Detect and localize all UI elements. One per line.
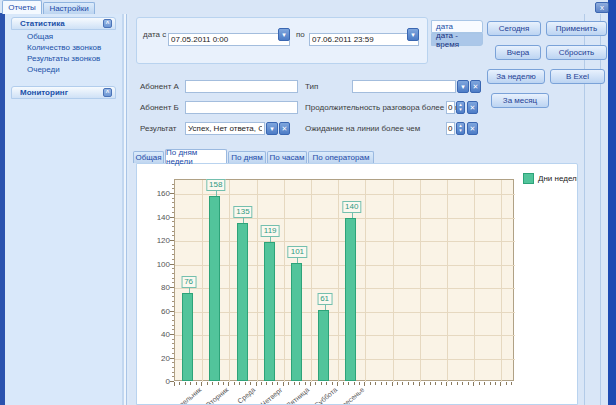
calendar-dropdown-icon[interactable]: ▾ (278, 28, 290, 41)
y-axis-tick (170, 193, 174, 194)
y-axis-minor-tick (172, 353, 174, 354)
apply-button[interactable]: Применить (546, 21, 607, 36)
result-select[interactable] (185, 122, 265, 135)
excel-button[interactable]: В Exel (550, 69, 605, 84)
abonent-b-input[interactable] (185, 101, 298, 114)
bar-value-label: 101 (288, 246, 307, 258)
y-axis-minor-tick (172, 245, 174, 246)
x-axis-tick (256, 382, 257, 386)
expand-chevron-icon[interactable]: ˄ (103, 88, 112, 97)
duration-spinner-icon[interactable]: ▴▾ (456, 101, 465, 114)
report-tab-weekdays[interactable]: По дням недели (165, 149, 227, 163)
x-axis-minor-tick (462, 382, 463, 385)
date-to-input[interactable] (309, 33, 419, 46)
x-axis-minor-tick (359, 382, 360, 385)
y-axis-minor-tick (172, 235, 174, 236)
abonent-a-input[interactable] (185, 80, 298, 93)
bar-value-label: 140 (342, 201, 361, 213)
yesterday-button[interactable]: Вчера (495, 45, 541, 60)
v-gridline (393, 180, 394, 382)
waiting-spinner-icon[interactable]: ▴▾ (456, 122, 465, 135)
report-tab-hours[interactable]: По часам (267, 151, 307, 163)
x-axis-minor-tick (239, 382, 240, 385)
report-tab-days[interactable]: По дням (228, 151, 266, 163)
v-gridline (311, 180, 312, 382)
sidebar-item-general[interactable]: Общая (27, 31, 125, 42)
duration-input[interactable] (446, 101, 455, 114)
y-axis-tick (170, 217, 174, 218)
date-from-input[interactable] (168, 33, 290, 46)
report-tab-general[interactable]: Общая (133, 151, 164, 163)
x-axis-minor-tick (277, 382, 278, 385)
y-axis-label: 60 (145, 307, 170, 316)
bar (209, 196, 220, 381)
waiting-input[interactable] (446, 122, 455, 135)
x-axis-minor-tick (451, 382, 452, 385)
x-axis-minor-tick (196, 382, 197, 385)
bar (182, 293, 193, 381)
y-axis-minor-tick (172, 202, 174, 203)
x-axis-minor-tick (190, 382, 191, 385)
x-axis-minor-tick (245, 382, 246, 385)
type-clear-icon[interactable]: ✕ (470, 80, 481, 93)
type-dropdown-icon[interactable]: ▾ (457, 80, 469, 93)
y-axis-minor-tick (172, 348, 174, 349)
v-gridline (420, 180, 421, 382)
tab-settings[interactable]: Настройки (43, 2, 95, 14)
result-clear-icon[interactable]: ✕ (279, 122, 290, 135)
x-axis-minor-tick (430, 382, 431, 385)
collapse-chevron-icon[interactable]: ˄ (103, 19, 112, 28)
bar-value-label: 135 (233, 206, 252, 218)
x-axis-minor-tick (354, 382, 355, 385)
sidebar-item-call-count[interactable]: Количество звонков (27, 42, 125, 53)
x-axis-minor-tick (321, 382, 322, 385)
tab-reports[interactable]: Отчеты (2, 0, 42, 14)
tab-settings-label: Настройки (49, 4, 88, 13)
calendar-dropdown-icon[interactable]: ▾ (407, 28, 419, 41)
bar (318, 310, 329, 381)
x-axis-minor-tick (468, 382, 469, 385)
report-tab-operators[interactable]: По операторам (308, 151, 374, 163)
sidebar-panel-statistics[interactable]: Статистика ˄ (11, 17, 116, 30)
tab-reports-label: Отчеты (8, 3, 36, 12)
y-axis-minor-tick (172, 212, 174, 213)
x-axis-minor-tick (506, 382, 507, 385)
y-axis-label: 140 (145, 213, 170, 222)
v-gridline (501, 180, 502, 382)
x-axis-minor-tick (179, 382, 180, 385)
chart-legend: Дни недели (523, 173, 578, 184)
y-axis-minor-tick (172, 231, 174, 232)
v-gridline (257, 180, 258, 382)
bar (264, 242, 275, 381)
mode-tab-datetime-label: дата - время (436, 31, 482, 49)
y-axis-minor-tick (172, 226, 174, 227)
x-axis-minor-tick (223, 382, 224, 385)
reset-button[interactable]: Сбросить (546, 45, 607, 60)
month-button[interactable]: За месяц (491, 93, 549, 108)
today-button[interactable]: Сегодня (487, 21, 541, 36)
y-axis-minor-tick (172, 362, 174, 363)
type-select[interactable] (352, 80, 456, 93)
close-icon[interactable]: x (595, 2, 609, 13)
x-axis-tick (310, 382, 311, 386)
result-dropdown-icon[interactable]: ▾ (266, 122, 278, 135)
y-axis-minor-tick (172, 278, 174, 279)
sidebar-item-queues[interactable]: Очереди (27, 64, 125, 75)
x-axis-minor-tick (326, 382, 327, 385)
x-axis-minor-tick (272, 382, 273, 385)
x-axis-minor-tick (207, 382, 208, 385)
sidebar-item-call-results[interactable]: Результаты звонков (27, 53, 125, 64)
mode-tab-datetime[interactable]: дата - время (431, 33, 483, 46)
x-axis-minor-tick (441, 382, 442, 385)
x-axis-label: Понедельник (149, 386, 203, 405)
y-axis-label: 0 (145, 377, 170, 386)
waiting-clear-icon[interactable]: ✕ (467, 122, 478, 135)
duration-clear-icon[interactable]: ✕ (467, 101, 478, 114)
week-button[interactable]: За неделю (487, 69, 545, 84)
bar (237, 223, 248, 381)
legend-swatch-icon (523, 173, 534, 184)
sidebar-panel-monitoring[interactable]: Мониторинг ˄ (11, 86, 116, 99)
y-axis-label: 80 (145, 283, 170, 292)
y-axis-minor-tick (172, 254, 174, 255)
y-axis-minor-tick (172, 184, 174, 185)
